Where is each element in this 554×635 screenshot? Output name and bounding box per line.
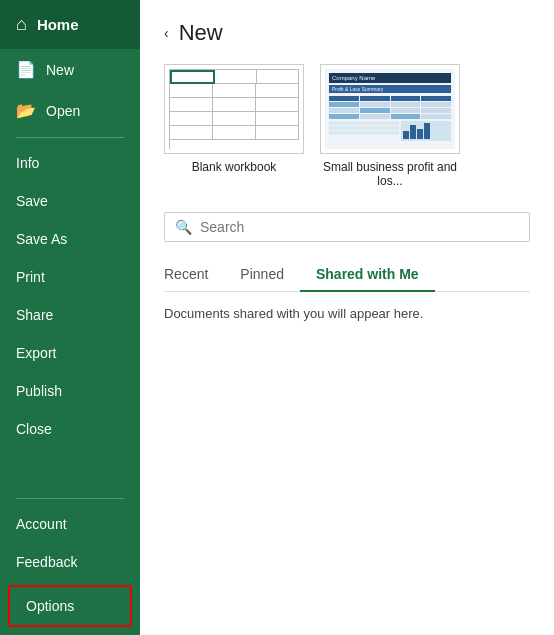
biz-subheader: Profit & Loss Summary bbox=[329, 85, 451, 93]
sidebar-item-publish-label: Publish bbox=[16, 383, 62, 399]
business-preview: Company Name Profit & Loss Summary bbox=[325, 69, 455, 149]
tab-pinned[interactable]: Pinned bbox=[224, 258, 300, 292]
sidebar-item-publish[interactable]: Publish bbox=[0, 372, 140, 410]
main-content: ‹ New bbox=[140, 0, 554, 635]
sidebar-item-save-as-label: Save As bbox=[16, 231, 67, 247]
sidebar-item-feedback[interactable]: Feedback bbox=[0, 543, 140, 581]
template-blank-label: Blank workbook bbox=[192, 160, 277, 174]
sidebar-item-export[interactable]: Export bbox=[0, 334, 140, 372]
sidebar-item-home[interactable]: ⌂ Home bbox=[0, 0, 140, 49]
new-icon: 📄 bbox=[16, 60, 36, 79]
sidebar-item-info-label: Info bbox=[16, 155, 39, 171]
options-button[interactable]: Options bbox=[8, 585, 132, 627]
template-business-label: Small business profit and los... bbox=[320, 160, 460, 188]
sidebar-item-info[interactable]: Info bbox=[0, 144, 140, 182]
options-label: Options bbox=[26, 598, 74, 614]
home-icon: ⌂ bbox=[16, 14, 27, 35]
search-input[interactable] bbox=[200, 219, 519, 235]
template-business[interactable]: Company Name Profit & Loss Summary bbox=[320, 64, 460, 188]
tab-recent[interactable]: Recent bbox=[164, 258, 224, 292]
template-blank-thumb bbox=[164, 64, 304, 154]
search-box[interactable]: 🔍 bbox=[164, 212, 530, 242]
sidebar-item-save-as[interactable]: Save As bbox=[0, 220, 140, 258]
templates-row: Blank workbook Company Name Profit & Los… bbox=[164, 64, 530, 188]
sidebar-item-export-label: Export bbox=[16, 345, 56, 361]
sidebar-divider-2 bbox=[16, 498, 124, 499]
search-icon: 🔍 bbox=[175, 219, 192, 235]
sidebar-home-label: Home bbox=[37, 16, 79, 33]
sidebar-item-account[interactable]: Account bbox=[0, 505, 140, 543]
sidebar-item-new[interactable]: 📄 New bbox=[0, 49, 140, 90]
sidebar-item-new-label: New bbox=[46, 62, 74, 78]
template-blank-workbook[interactable]: Blank workbook bbox=[164, 64, 304, 188]
collapse-chevron-icon[interactable]: ‹ bbox=[164, 25, 169, 41]
sidebar-item-print-label: Print bbox=[16, 269, 45, 285]
sidebar-item-account-label: Account bbox=[16, 516, 67, 532]
template-business-thumb: Company Name Profit & Loss Summary bbox=[320, 64, 460, 154]
sidebar-item-feedback-label: Feedback bbox=[16, 554, 77, 570]
sidebar-item-print[interactable]: Print bbox=[0, 258, 140, 296]
main-header: ‹ New bbox=[164, 20, 530, 46]
sidebar-item-open-label: Open bbox=[46, 103, 80, 119]
grid-preview bbox=[169, 69, 299, 149]
biz-header: Company Name bbox=[329, 73, 451, 83]
sidebar-item-save[interactable]: Save bbox=[0, 182, 140, 220]
shared-empty-message: Documents shared with you will appear he… bbox=[164, 306, 530, 321]
sidebar-item-close[interactable]: Close bbox=[0, 410, 140, 448]
page-title: New bbox=[179, 20, 223, 46]
sidebar-item-save-label: Save bbox=[16, 193, 48, 209]
sidebar-item-close-label: Close bbox=[16, 421, 52, 437]
blank-workbook-preview bbox=[169, 69, 299, 149]
sidebar-item-open[interactable]: 📂 Open bbox=[0, 90, 140, 131]
tab-shared-with-me[interactable]: Shared with Me bbox=[300, 258, 435, 292]
sidebar-bottom: Account Feedback Options bbox=[0, 492, 140, 635]
tabs-row: Recent Pinned Shared with Me bbox=[164, 258, 530, 292]
sidebar-divider-1 bbox=[16, 137, 124, 138]
sidebar-item-share-label: Share bbox=[16, 307, 53, 323]
sidebar-item-share[interactable]: Share bbox=[0, 296, 140, 334]
open-icon: 📂 bbox=[16, 101, 36, 120]
sidebar: ⌂ Home 📄 New 📂 Open Info Save Save As Pr… bbox=[0, 0, 140, 635]
